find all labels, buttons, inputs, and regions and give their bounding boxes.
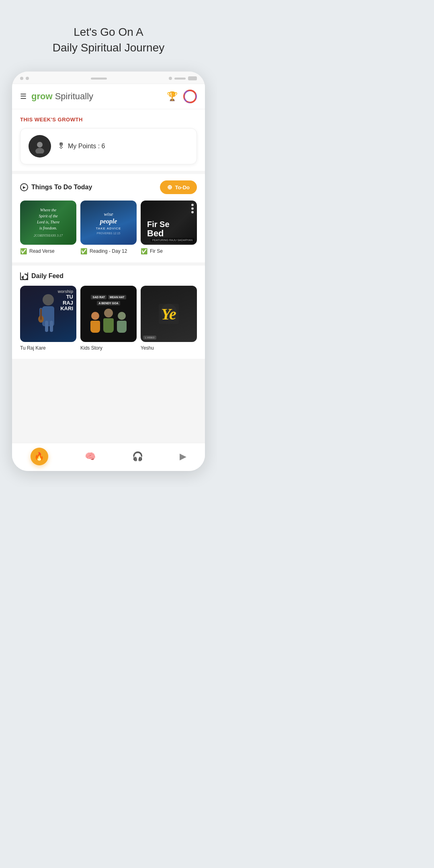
svg-point-0 [37,142,43,147]
video-card-image: Fir SeBed FEATURING RAJU SADARYAN [141,201,197,245]
kids-label-mean-hat: MEAN HAT [108,295,126,299]
notch-right [169,76,197,80]
reading-card-label: Reading - Day 12 [90,248,127,254]
week-growth-section: THIS WEEK's GROWTH 🎖 My Points : 6 [12,109,205,171]
app-content: THIS WEEK's GROWTH 🎖 My Points : 6 [12,109,205,471]
user-avatar [29,135,51,158]
points-card[interactable]: 🎖 My Points : 6 [20,128,197,164]
hero-title: Let's Go On A Daily Spiritual Journey [0,0,217,68]
hamburger-icon[interactable]: ☰ [20,92,27,101]
points-text: My Points : 6 [68,143,105,150]
todo-card-verse[interactable]: Where theSpirit of theLord is, Thereis f… [20,201,76,254]
audio-icon: 🎧 [132,451,143,462]
nav-item-audio[interactable]: 🎧 [132,451,143,462]
phone-frame: ☰ grow Spiritually 🏆 THIS WEEK's GROWTH [12,72,205,471]
play-nav-icon: ▶ [180,451,186,462]
profile-avatar-inner [185,91,195,102]
kids-char-3 [117,312,127,333]
verse-card-label-row: ✅ Read Verse [20,248,76,254]
svg-rect-7 [50,321,53,332]
worship-card-label: Tu Raj Kare [20,345,76,351]
notch-dot-2 [26,77,29,80]
todo-btn-label: To-Do [175,184,190,190]
bottom-nav: 🔥 🧠 🎧 ▶ [12,443,205,471]
kids-label-bendy-goa: A BENDY GOA [97,301,120,305]
todo-section-header: ▶ Things To Do Today ⊕ To-Do [20,180,197,194]
kids-char-1 [90,312,100,333]
week-growth-title: THIS WEEK's GROWTH [20,117,197,123]
todo-card-video[interactable]: Fir SeBed FEATURING RAJU SADARYAN ✅ Fir … [141,201,197,254]
app-header: ☰ grow Spiritually 🏆 [12,84,205,109]
todo-card-reading[interactable]: wisepeople TAKE ADVICE PROVERBS 12:15 ✅ … [80,201,137,254]
svg-point-3 [43,294,54,305]
page-wrapper: Let's Go On A Daily Spiritual Journey ☰ [0,0,217,487]
reading-check-icon: ✅ [80,248,87,254]
feed-card-yeshu[interactable]: L VIDEO Ye Yeshu [141,286,197,351]
todo-title-row: ▶ Things To Do Today [20,183,92,191]
video-card-label-row: ✅ Fir Se [141,248,197,254]
app-logo: grow Spiritually [31,91,93,102]
daily-feed-section: Daily Feed [12,266,205,359]
kids-char-2 [103,309,114,333]
yeshu-video-label: L VIDEO [143,336,156,340]
todo-button[interactable]: ⊕ To-Do [160,180,197,194]
avatar-svg [33,139,47,154]
feed-card-worship[interactable]: worship TURAJKARI Tu Raj Kare [20,286,76,351]
feed-section-title: Daily Feed [31,272,63,280]
svg-rect-9 [40,309,42,320]
verse-card-label: Read Verse [29,248,55,254]
todo-btn-icon: ⊕ [167,184,172,191]
phone-status-bar [12,72,205,84]
verse-check-icon: ✅ [20,248,27,254]
yeshu-card-image: L VIDEO Ye [141,286,197,342]
points-info: 🎖 My Points : 6 [57,142,105,151]
notch-left [20,77,29,80]
play-circle-icon: ▶ [20,183,28,191]
todo-section-title: Things To Do Today [31,184,92,191]
verse-text: Where theSpirit of theLord is, Thereis f… [34,207,63,238]
logo-spiritually: Spiritually [53,91,93,101]
kids-card-image: SAD RAT MEAN HAT A BENDY GOA [80,286,137,342]
worship-card-image: worship TURAJKARI [20,286,76,342]
home-icon: 🔥 [31,448,48,465]
trophy-icon[interactable]: 🏆 [167,91,178,102]
reading-card-image: wisepeople TAKE ADVICE PROVERBS 12:15 [80,201,137,245]
feed-card-kids[interactable]: SAD RAT MEAN HAT A BENDY GOA [80,286,137,351]
video-check-icon: ✅ [141,248,147,254]
header-right: 🏆 [167,90,197,103]
explore-icon: 🧠 [85,451,96,462]
logo-grow: grow [31,91,53,101]
notch-dot-1 [20,77,23,80]
notch-center [91,78,107,80]
kids-label-sad-rat: SAD RAT [91,295,106,299]
verse-card-image: Where theSpirit of theLord is, Thereis f… [20,201,76,245]
svg-point-1 [35,148,44,154]
worship-text-overlay: worship TURAJKARI [58,289,73,311]
video-card-label: Fir Se [150,248,163,254]
refresh-icon [20,272,28,280]
yeshu-text: Ye [161,305,176,323]
todo-cards-row: Where theSpirit of theLord is, Thereis f… [20,201,197,254]
feed-cards-row: worship TURAJKARI Tu Raj Kare SAD RAT [20,286,197,351]
hero-title-line1: Let's Go On A [74,26,143,38]
notch-pill [174,78,186,80]
reading-card-label-row: ✅ Reading - Day 12 [80,248,137,254]
notch-rect [188,76,197,80]
svg-rect-6 [45,321,48,332]
header-left: ☰ grow Spiritually [20,91,93,102]
feed-title-row: Daily Feed [20,272,63,280]
yeshu-card-label: Yeshu [141,345,197,351]
nav-item-play[interactable]: ▶ [180,451,186,462]
notch-dot-3 [169,77,172,80]
profile-avatar-ring[interactable] [183,90,197,103]
feed-section-header: Daily Feed [20,272,197,280]
nav-item-explore[interactable]: 🧠 [85,451,96,462]
hero-title-line2: Daily Spiritual Journey [53,41,165,54]
nav-item-home[interactable]: 🔥 [31,448,48,465]
kids-card-label: Kids Story [80,345,137,351]
notch-bar [91,78,107,80]
medal-icon: 🎖 [57,142,65,151]
things-todo-section: ▶ Things To Do Today ⊕ To-Do Where theSp… [12,174,205,262]
